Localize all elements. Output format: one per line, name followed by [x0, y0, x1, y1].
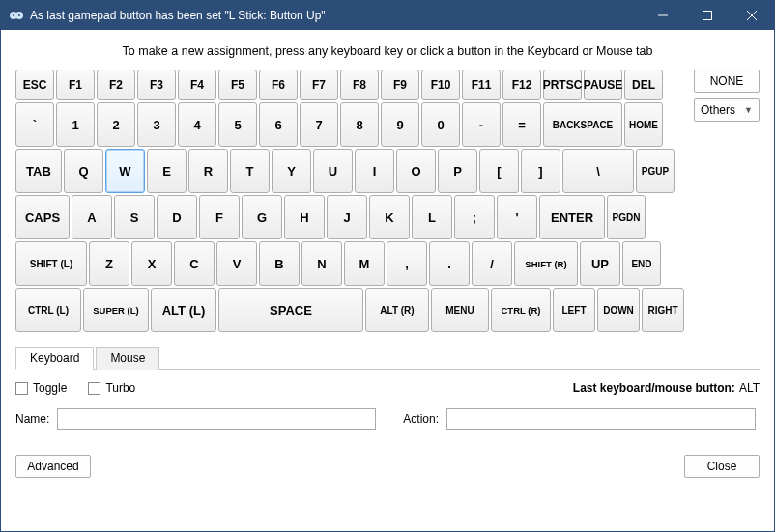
key-f10[interactable]: F10 [421, 70, 460, 100]
key-o[interactable]: O [396, 149, 436, 193]
key-f5[interactable]: F5 [218, 70, 257, 100]
key-l[interactable]: L [412, 195, 452, 239]
tab-mouse[interactable]: Mouse [96, 347, 159, 370]
key-[interactable]: / [472, 241, 512, 286]
action-input[interactable] [446, 408, 756, 430]
key-f4[interactable]: F4 [178, 70, 216, 100]
key-end[interactable]: END [622, 241, 661, 286]
key-f6[interactable]: F6 [259, 70, 298, 100]
key-esc[interactable]: ESC [15, 70, 54, 100]
key-backspace[interactable]: BACKSPACE [543, 102, 622, 147]
key-r[interactable]: R [188, 149, 228, 193]
key-[interactable]: ' [497, 195, 537, 239]
key-1[interactable]: 1 [56, 102, 95, 147]
key-ctrl-l[interactable]: CTRL (L) [15, 288, 81, 332]
key-6[interactable]: 6 [259, 102, 298, 147]
key-f11[interactable]: F11 [462, 70, 501, 100]
key-del[interactable]: DEL [624, 70, 663, 100]
key-4[interactable]: 4 [178, 102, 216, 147]
key-prtsc[interactable]: PRTSC [543, 70, 582, 100]
key-b[interactable]: B [259, 241, 300, 286]
key-d[interactable]: D [157, 195, 197, 239]
key-[interactable]: = [502, 102, 541, 147]
key-[interactable]: , [387, 241, 427, 286]
toggle-checkbox[interactable]: Toggle [15, 381, 67, 395]
key-g[interactable]: G [242, 195, 282, 239]
key-e[interactable]: E [147, 149, 187, 193]
turbo-checkbox[interactable]: Turbo [88, 381, 135, 395]
maximize-button[interactable] [685, 1, 730, 30]
key-caps[interactable]: CAPS [15, 195, 70, 239]
key-space[interactable]: SPACE [218, 288, 363, 332]
key-3[interactable]: 3 [137, 102, 176, 147]
advanced-button[interactable]: Advanced [15, 455, 91, 478]
key-[interactable]: ] [521, 149, 560, 193]
key-n[interactable]: N [301, 241, 342, 286]
key-i[interactable]: I [355, 149, 394, 193]
key-pause[interactable]: PAUSE [584, 70, 622, 100]
key-shift-r[interactable]: SHIFT (R) [514, 241, 578, 286]
last-button-label: Last keyboard/mouse button: [573, 381, 735, 395]
key-[interactable]: - [462, 102, 501, 147]
key-[interactable]: ` [15, 102, 54, 147]
others-dropdown[interactable]: Others ▼ [694, 98, 760, 122]
close-window-button[interactable] [730, 1, 774, 30]
key-w[interactable]: W [105, 149, 145, 193]
key-8[interactable]: 8 [340, 102, 379, 147]
key-a[interactable]: A [72, 195, 112, 239]
key-7[interactable]: 7 [300, 102, 338, 147]
key-[interactable]: [ [479, 149, 519, 193]
key-s[interactable]: S [114, 195, 155, 239]
key-alt-r[interactable]: ALT (R) [365, 288, 429, 332]
key-f7[interactable]: F7 [300, 70, 338, 100]
key-u[interactable]: U [313, 149, 353, 193]
key-f9[interactable]: F9 [381, 70, 419, 100]
key-j[interactable]: J [327, 195, 367, 239]
key-2[interactable]: 2 [97, 102, 135, 147]
tab-keyboard[interactable]: Keyboard [15, 347, 94, 370]
key-h[interactable]: H [284, 195, 325, 239]
key-[interactable]: . [429, 241, 470, 286]
key-ctrl-r[interactable]: CTRL (R) [491, 288, 551, 332]
key-c[interactable]: C [174, 241, 215, 286]
key-[interactable]: \ [562, 149, 634, 193]
key-f3[interactable]: F3 [137, 70, 176, 100]
key-f12[interactable]: F12 [502, 70, 541, 100]
key-tab[interactable]: TAB [15, 149, 62, 193]
key-f8[interactable]: F8 [340, 70, 379, 100]
key-q[interactable]: Q [64, 149, 103, 193]
key-left[interactable]: LEFT [553, 288, 595, 332]
minimize-button[interactable] [641, 1, 685, 30]
key-k[interactable]: K [369, 195, 410, 239]
key-pgup[interactable]: PGUP [636, 149, 675, 193]
key-0[interactable]: 0 [421, 102, 460, 147]
key-shift-l[interactable]: SHIFT (L) [15, 241, 87, 286]
key-f[interactable]: F [199, 195, 240, 239]
key-f2[interactable]: F2 [97, 70, 135, 100]
others-dropdown-label: Others [701, 103, 735, 117]
key-[interactable]: ; [454, 195, 495, 239]
key-z[interactable]: Z [89, 241, 129, 286]
key-m[interactable]: M [344, 241, 385, 286]
key-alt-l[interactable]: ALT (L) [151, 288, 216, 332]
key-v[interactable]: V [216, 241, 257, 286]
key-5[interactable]: 5 [218, 102, 257, 147]
key-p[interactable]: P [438, 149, 477, 193]
key-up[interactable]: UP [580, 241, 620, 286]
key-right[interactable]: RIGHT [642, 288, 684, 332]
key-home[interactable]: HOME [624, 102, 663, 147]
key-9[interactable]: 9 [381, 102, 419, 147]
checkbox-box-icon [15, 382, 28, 395]
key-enter[interactable]: ENTER [539, 195, 605, 239]
key-f1[interactable]: F1 [56, 70, 95, 100]
none-button[interactable]: NONE [694, 70, 760, 93]
key-x[interactable]: X [131, 241, 172, 286]
key-menu[interactable]: MENU [431, 288, 489, 332]
key-y[interactable]: Y [272, 149, 311, 193]
key-super-l[interactable]: SUPER (L) [83, 288, 149, 332]
key-pgdn[interactable]: PGDN [607, 195, 646, 239]
key-t[interactable]: T [230, 149, 270, 193]
name-input[interactable] [57, 408, 376, 430]
key-down[interactable]: DOWN [597, 288, 640, 332]
close-button[interactable]: Close [684, 455, 760, 478]
